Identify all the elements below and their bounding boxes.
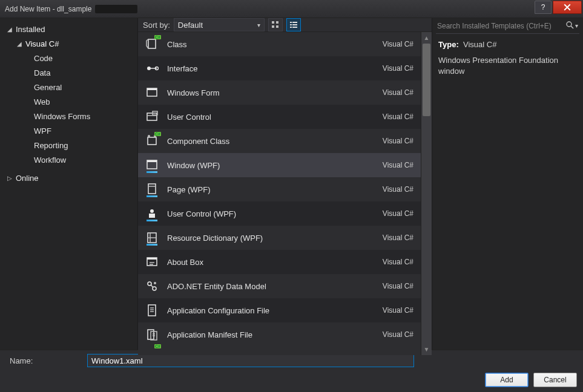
template-list: C#ClassVisual C#InterfaceVisual C#Window… (138, 32, 421, 355)
template-row[interactable]: C#ClassVisual C# (138, 32, 421, 56)
view-tiles-button[interactable] (268, 18, 283, 31)
nav-leaf-wpf[interactable]: WPF (0, 123, 137, 138)
window-title: Add New Item - dll_sample (5, 5, 91, 13)
nav-leaf-general[interactable]: General (0, 80, 137, 94)
scroll-up-arrow[interactable]: ▲ (424, 32, 430, 44)
nav-leaf-label: Reporting (34, 141, 68, 150)
template-name: ADO.NET Entity Data Model (167, 282, 374, 291)
svg-point-29 (150, 209, 154, 213)
template-language: Visual C# (383, 64, 413, 73)
svg-rect-1 (276, 21, 278, 24)
template-center: Sort by: Default ▾ C#ClassVisual C#Inter… (138, 18, 432, 350)
svg-rect-9 (292, 27, 297, 28)
info-panel: ▾ Type: Visual C# Windows Presentation F… (432, 18, 583, 350)
nav-online-label: Online (16, 174, 39, 183)
template-row[interactable]: Page (WPF)Visual C# (138, 177, 421, 201)
nav-visual-csharp[interactable]: ◢ Visual C# (0, 36, 137, 51)
svg-rect-27 (148, 184, 156, 194)
template-row[interactable]: Windows FormVisual C# (138, 80, 421, 105)
type-label: Type: (438, 40, 459, 49)
svg-rect-18 (147, 88, 157, 90)
nav-leaf-reporting[interactable]: Reporting (0, 138, 137, 152)
svg-point-14 (147, 67, 151, 70)
template-language: Visual C# (383, 40, 413, 48)
template-row[interactable]: C#Component ClassVisual C# (138, 129, 421, 153)
template-name: Component Class (167, 137, 374, 146)
window-wpf-icon (145, 158, 159, 172)
nav-leaf-label: Web (34, 97, 50, 106)
svg-rect-3 (276, 25, 278, 28)
vertical-scrollbar[interactable]: ▲ ▼ (421, 32, 432, 355)
template-name: Window (WPF) (167, 161, 374, 170)
search-icon[interactable] (564, 21, 574, 31)
template-row[interactable]: User ControlVisual C# (138, 105, 421, 129)
wpf-strip-icon (147, 244, 157, 246)
template-language: Visual C# (383, 234, 413, 242)
nav-leaf-windows-forms[interactable]: Windows Forms (0, 109, 137, 123)
nav-visual-csharp-label: Visual C# (25, 39, 59, 48)
nav-leaf-label: WPF (34, 126, 51, 136)
form-icon (145, 86, 159, 99)
csharp-badge-icon: C# (154, 35, 161, 39)
name-input[interactable] (87, 354, 414, 367)
sort-bar: Sort by: Default ▾ (138, 18, 432, 32)
svg-rect-0 (272, 21, 274, 24)
template-row-peek[interactable]: C# (138, 347, 421, 355)
search-box[interactable]: ▾ (436, 21, 579, 34)
svg-rect-7 (292, 24, 297, 25)
template-row[interactable]: Application Manifest FileVisual C# (138, 322, 421, 347)
svg-rect-8 (290, 27, 292, 28)
sort-by-dropdown[interactable]: Default ▾ (174, 18, 265, 31)
svg-rect-6 (290, 24, 292, 25)
template-row[interactable]: Application Configuration FileVisual C# (138, 298, 421, 322)
scroll-down-arrow[interactable]: ▼ (424, 344, 430, 355)
type-value: Visual C# (463, 40, 496, 49)
cancel-button[interactable]: Cancel (533, 373, 577, 387)
template-row[interactable]: ADO.NET Entity Data ModelVisual C# (138, 274, 421, 298)
svg-point-50 (567, 22, 571, 27)
template-language: Visual C# (383, 258, 413, 266)
caret-down-icon: ◢ (7, 26, 13, 33)
search-input[interactable] (437, 22, 564, 30)
template-language: Visual C# (383, 185, 413, 194)
wpf-strip-icon (147, 220, 157, 221)
nav-leaf-code[interactable]: Code (0, 51, 137, 65)
type-line: Type: Visual C# (432, 40, 583, 49)
nav-leaf-workflow[interactable]: Workflow (0, 152, 137, 167)
template-row[interactable]: InterfaceVisual C# (138, 56, 421, 80)
nav-leaf-label: Code (34, 54, 53, 63)
template-row[interactable]: Resource Dictionary (WPF)Visual C# (138, 226, 421, 250)
template-name: Application Manifest File (167, 330, 374, 339)
search-dropdown-icon[interactable]: ▾ (574, 22, 578, 29)
template-language: Visual C# (383, 209, 413, 218)
svg-rect-42 (148, 305, 156, 316)
sort-by-value: Default (178, 21, 203, 30)
add-button[interactable]: Add (485, 373, 529, 387)
nav-installed[interactable]: ◢ Installed (0, 22, 137, 36)
nav-leaf-label: Windows Forms (34, 112, 90, 121)
template-row[interactable]: Window (WPF)Visual C# (138, 153, 421, 177)
nav-leaf-label: General (34, 83, 62, 92)
svg-rect-19 (147, 113, 157, 120)
template-language: Visual C# (383, 330, 413, 339)
template-row[interactable]: User Control (WPF)Visual C# (138, 201, 421, 226)
nav-leaf-data[interactable]: Data (0, 65, 137, 80)
svg-rect-35 (147, 258, 157, 260)
view-list-button[interactable] (286, 18, 301, 31)
usercontrol-wpf-icon (145, 207, 159, 220)
help-button[interactable]: ? (535, 1, 552, 14)
caret-down-icon: ◢ (17, 41, 23, 47)
scroll-thumb[interactable] (423, 44, 430, 116)
nav-online[interactable]: ▷ Online (0, 171, 137, 185)
template-name: Resource Dictionary (WPF) (167, 234, 374, 243)
close-button[interactable] (553, 1, 582, 14)
svg-point-41 (154, 282, 156, 284)
scroll-track[interactable] (421, 44, 432, 344)
svg-rect-5 (292, 22, 297, 23)
manifest-icon (145, 328, 159, 341)
template-row[interactable]: About BoxVisual C# (138, 250, 421, 274)
nav-leaf-web[interactable]: Web (0, 94, 137, 109)
sort-label: Sort by: (143, 21, 170, 30)
template-language: Visual C# (383, 113, 413, 121)
template-name: User Control (167, 113, 374, 122)
